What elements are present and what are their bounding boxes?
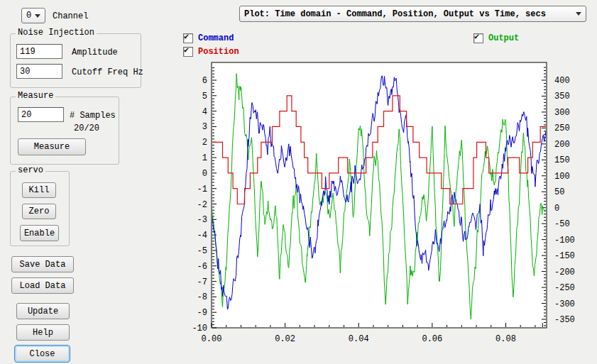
svg-text:-300: -300 bbox=[554, 299, 575, 309]
svg-text:4: 4 bbox=[202, 107, 207, 117]
svg-text:0.08: 0.08 bbox=[495, 334, 516, 344]
svg-text:-4: -4 bbox=[197, 231, 207, 241]
svg-text:350: 350 bbox=[554, 92, 570, 101]
svg-text:300: 300 bbox=[554, 108, 570, 118]
svg-text:-250: -250 bbox=[554, 283, 575, 293]
svg-text:-9: -9 bbox=[197, 308, 207, 318]
svg-text:-100: -100 bbox=[554, 236, 575, 246]
svg-text:2: 2 bbox=[202, 138, 207, 148]
svg-text:5: 5 bbox=[202, 92, 207, 101]
svg-text:-5: -5 bbox=[197, 246, 207, 256]
svg-text:250: 250 bbox=[554, 123, 570, 133]
svg-text:-350: -350 bbox=[554, 315, 575, 325]
svg-text:0: 0 bbox=[554, 204, 559, 214]
svg-text:150: 150 bbox=[554, 155, 570, 165]
app-window: { "channel": {"value": "0", "label": "Ch… bbox=[0, 0, 597, 364]
svg-text:0.06: 0.06 bbox=[422, 334, 442, 344]
svg-text:-7: -7 bbox=[197, 277, 207, 287]
svg-text:-6: -6 bbox=[197, 262, 207, 272]
svg-text:400: 400 bbox=[554, 76, 570, 86]
svg-text:0.02: 0.02 bbox=[275, 334, 295, 344]
svg-text:-8: -8 bbox=[197, 292, 207, 302]
svg-text:50: 50 bbox=[554, 187, 564, 197]
svg-text:0.00: 0.00 bbox=[202, 334, 222, 344]
svg-text:6: 6 bbox=[202, 76, 207, 86]
svg-text:-150: -150 bbox=[554, 251, 575, 261]
svg-text:-50: -50 bbox=[554, 219, 570, 229]
svg-text:3: 3 bbox=[202, 122, 207, 132]
svg-text:1: 1 bbox=[202, 153, 207, 163]
svg-text:100: 100 bbox=[554, 172, 570, 182]
svg-text:-2: -2 bbox=[197, 200, 207, 210]
svg-text:-1: -1 bbox=[197, 184, 207, 194]
svg-text:0: 0 bbox=[202, 169, 207, 179]
plot-svg: 0.000.020.040.060.08-10-9-8-7-6-5-4-3-2-… bbox=[0, 0, 597, 364]
svg-text:200: 200 bbox=[554, 140, 570, 150]
svg-text:0.04: 0.04 bbox=[349, 334, 369, 344]
svg-text:-10: -10 bbox=[192, 324, 207, 333]
svg-text:-200: -200 bbox=[554, 268, 575, 277]
svg-text:-3: -3 bbox=[197, 215, 207, 225]
